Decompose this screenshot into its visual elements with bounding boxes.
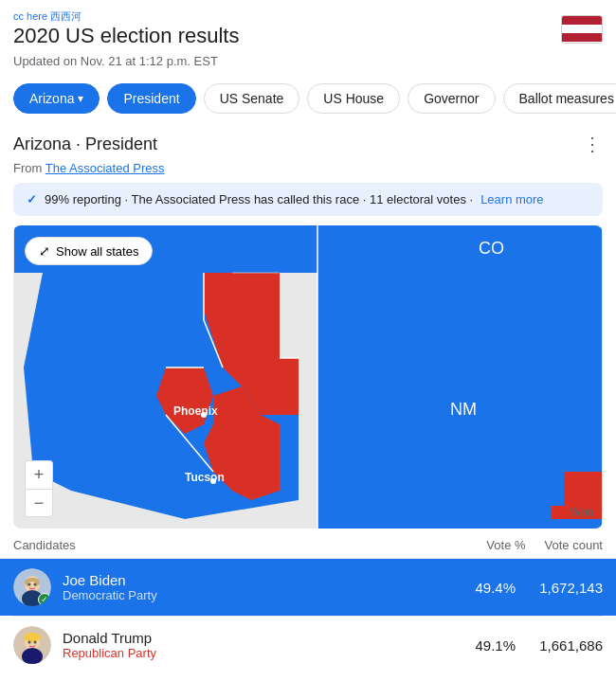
svg-point-27 (34, 583, 37, 586)
svg-point-32 (28, 641, 31, 644)
show-all-label: Show all states (56, 244, 138, 259)
map-legend: Won (533, 506, 593, 519)
vote-headers: Vote % Vote count (486, 538, 603, 552)
trump-info: Donald Trump Republican Party (63, 630, 447, 660)
reporting-text: 99% reporting · The Associated Press has… (45, 192, 473, 206)
candidate-row-trump: Donald Trump Republican Party 49.1% 1,66… (13, 616, 603, 673)
expand-icon: ⤢ (39, 243, 50, 259)
svg-point-30 (24, 633, 41, 642)
svg-point-12 (210, 478, 216, 484)
top-bar: cc here 西西河 2020 US election results (0, 0, 616, 54)
more-options-icon[interactable]: ⋮ (583, 133, 603, 155)
svg-text:Tucson: Tucson (185, 471, 225, 484)
candidates-section: Candidates Vote % Vote count ✓ Joe Biden… (0, 529, 616, 673)
svg-point-10 (201, 412, 207, 418)
show-all-states-button[interactable]: ⤢ Show all states (25, 237, 153, 265)
zoom-out-button[interactable]: − (25, 489, 53, 517)
vote-count-header: Vote count (545, 538, 603, 552)
svg-text:Phoenix: Phoenix (173, 404, 218, 418)
trump-vote-pct: 49.1% (459, 637, 516, 654)
section-title: Arizona · President (13, 134, 157, 154)
update-timestamp: Updated on Nov. 21 at 1:12 p.m. EST (0, 54, 616, 78)
candidate-row-biden: ✓ Joe Biden Democratic Party 49.4% 1,672… (0, 558, 616, 616)
source-line: From The Associated Press (0, 159, 616, 183)
biden-vote-pct: 49.4% (459, 580, 516, 596)
tab-us-house[interactable]: US House (307, 83, 400, 114)
biden-vote-count: 1,672,143 (527, 580, 603, 596)
zoom-in-button[interactable]: + (25, 460, 53, 489)
reporting-bar: ✓ 99% reporting · The Associated Press h… (13, 183, 603, 216)
us-flag-icon[interactable] (561, 15, 603, 44)
map-container: ⤢ Show all states CO NM Phoenix Tucson (13, 225, 603, 529)
title-area: cc here 西西河 2020 US election results (13, 9, 239, 48)
zoom-controls: + − (25, 460, 53, 517)
svg-text:CO: CO (479, 239, 504, 258)
page-title: 2020 US election results (13, 24, 239, 48)
check-icon: ✓ (27, 192, 37, 206)
svg-point-33 (34, 641, 37, 644)
learn-more-link[interactable]: Learn more (480, 192, 543, 206)
winner-check-badge: ✓ (38, 593, 51, 606)
source-link[interactable]: The Associated Press (45, 161, 165, 175)
source-prefix: From (13, 161, 45, 175)
legend-red-box (552, 506, 565, 519)
biden-name: Joe Biden (63, 572, 447, 588)
tab-ballot-measures[interactable]: Ballot measures (503, 83, 616, 114)
candidates-header: Candidates Vote % Vote count (13, 529, 603, 558)
section-header: Arizona · President ⋮ (0, 123, 616, 159)
site-label: cc here 西西河 (13, 9, 239, 24)
vote-pct-header: Vote % (486, 538, 525, 552)
candidates-col-label: Candidates (13, 538, 76, 552)
tab-president[interactable]: President (107, 83, 195, 114)
trump-vote-count: 1,661,686 (527, 637, 603, 654)
svg-rect-0 (317, 225, 602, 529)
biden-avatar: ✓ (13, 568, 51, 606)
nav-tabs: Arizona President US Senate US House Gov… (0, 78, 616, 123)
trump-name: Donald Trump (63, 630, 447, 646)
tab-governor[interactable]: Governor (408, 83, 495, 114)
svg-point-26 (28, 583, 31, 586)
trump-avatar (13, 626, 51, 664)
svg-text:NM: NM (450, 400, 477, 419)
legend-blue-box (533, 506, 546, 519)
biden-party: Democratic Party (63, 588, 447, 602)
state-dropdown[interactable]: Arizona (13, 83, 100, 114)
trump-party: Republican Party (63, 646, 447, 660)
legend-label: Won (571, 506, 593, 519)
biden-info: Joe Biden Democratic Party (63, 572, 447, 602)
tab-us-senate[interactable]: US Senate (204, 83, 300, 114)
election-map[interactable]: CO NM Phoenix Tucson (13, 225, 603, 529)
